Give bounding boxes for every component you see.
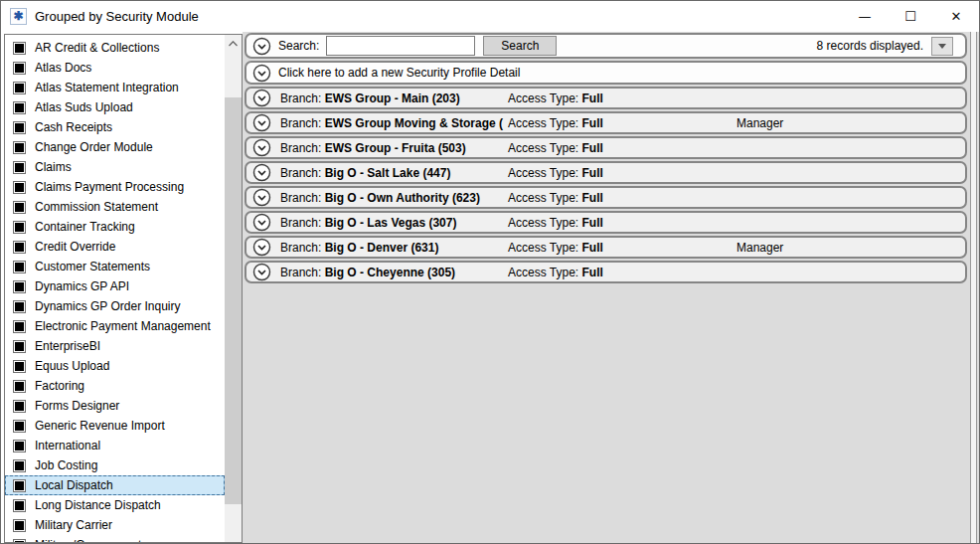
sidebar-item[interactable]: Military Carrier [5, 515, 225, 535]
row-expand-button[interactable] [252, 263, 271, 281]
row-expand-button[interactable] [252, 213, 271, 232]
search-label: Search: [278, 39, 319, 53]
module-checkbox-icon [13, 539, 26, 543]
sidebar-item[interactable]: Forms Designer [5, 396, 225, 416]
module-checkbox-icon [13, 62, 26, 75]
sidebar-item[interactable]: Atlas Suds Upload [5, 97, 225, 117]
branch-cell: Branch: EWS Group Moving & Storage ( [280, 116, 508, 130]
sidebar-item-label: Atlas Docs [35, 61, 91, 75]
sidebar-item-label: Container Tracking [35, 220, 135, 234]
sidebar-scrollbar[interactable] [225, 35, 242, 542]
branch-cell: Branch: EWS Group - Fruita (503) [280, 141, 508, 155]
sidebar-item[interactable]: Electronic Payment Management [5, 316, 225, 336]
window-body: AR Credit & Collections Atlas Docs Atlas… [1, 32, 979, 543]
panel-scrollbar-track[interactable] [970, 32, 977, 543]
sidebar-item[interactable]: Change Order Module [5, 137, 225, 157]
sidebar-item[interactable]: Container Tracking [5, 217, 225, 237]
search-input[interactable] [326, 36, 475, 56]
sidebar: AR Credit & Collections Atlas Docs Atlas… [1, 32, 243, 543]
sidebar-item[interactable]: Factoring [5, 376, 225, 396]
sidebar-item-label: Factoring [35, 379, 84, 393]
sidebar-item[interactable]: Atlas Statement Integration [5, 78, 225, 97]
row-expand-button[interactable] [252, 138, 271, 157]
row-expand-button[interactable] [252, 188, 271, 207]
sidebar-item[interactable]: Dynamics GP Order Inquiry [5, 296, 225, 316]
module-checkbox-icon [13, 420, 26, 433]
sidebar-item-label: International [35, 439, 100, 453]
module-checkbox-icon [13, 320, 26, 333]
sidebar-item[interactable]: EnterpriseBI [5, 336, 225, 356]
records-dropdown-button[interactable] [931, 37, 953, 56]
sidebar-item-label: Equus Upload [35, 359, 109, 373]
caret-down-icon [938, 44, 946, 49]
search-collapse-button[interactable] [252, 37, 271, 56]
sidebar-item-label: Atlas Statement Integration [35, 81, 179, 94]
sidebar-item[interactable]: AR Credit & Collections [5, 38, 225, 58]
sidebar-item[interactable]: Generic Revenue Import [5, 416, 225, 436]
sidebar-item-label: Cash Receipts [35, 120, 112, 134]
add-detail-row[interactable]: Click here to add a new Security Profile… [245, 61, 967, 85]
module-checkbox-icon [13, 280, 26, 293]
module-checkbox-icon [13, 380, 26, 393]
close-button[interactable]: ✕ [933, 1, 979, 31]
app-window: ✱ Grouped by Security Module — ☐ ✕ AR Cr… [0, 0, 980, 544]
module-checkbox-icon [13, 261, 26, 273]
sidebar-item-label: Local Dispatch [35, 478, 113, 492]
sidebar-item[interactable]: Atlas Docs [5, 58, 225, 78]
security-profile-row[interactable]: Branch: EWS Group - Main (203) Access Ty… [245, 87, 967, 109]
row-expand-button[interactable] [252, 89, 271, 107]
module-checkbox-icon [13, 121, 26, 134]
access-type-cell: Access Type: Full [508, 191, 736, 205]
security-profile-row[interactable]: Branch: EWS Group - Fruita (503) Access … [245, 136, 967, 159]
module-checkbox-icon [13, 241, 26, 254]
rows-container: Search: Search 8 records displayed. Clic… [245, 33, 967, 283]
security-profile-row[interactable]: Branch: Big O - Las Vegas (307) Access T… [245, 211, 967, 234]
row-expand-button[interactable] [252, 163, 271, 182]
sidebar-item[interactable]: Equus Upload [5, 356, 225, 376]
sidebar-item[interactable]: Local Dispatch [5, 475, 225, 495]
sidebar-item-label: Customer Statements [35, 260, 150, 273]
scrollbar-thumb[interactable] [225, 97, 242, 504]
sidebar-item[interactable]: Dynamics GP API [5, 276, 225, 296]
sidebar-item-label: Claims Payment Processing [35, 180, 184, 194]
scroll-up-icon[interactable] [225, 35, 242, 52]
row-expand-button[interactable] [252, 238, 271, 257]
details-panel: Search: Search 8 records displayed. Clic… [243, 32, 979, 543]
sidebar-item-label: Forms Designer [35, 399, 119, 413]
security-profile-row[interactable]: Branch: EWS Group Moving & Storage ( Acc… [245, 111, 967, 134]
minimize-button[interactable]: — [842, 1, 888, 31]
security-profile-row[interactable]: Branch: Big O - Cheyenne (305) Access Ty… [245, 261, 967, 283]
branch-cell: Branch: Big O - Denver (631) [280, 241, 508, 255]
module-checkbox-icon [13, 141, 26, 154]
sidebar-item-label: Dynamics GP Order Inquiry [35, 299, 181, 313]
sidebar-item-label: Credit Override [35, 240, 115, 254]
module-checkbox-icon [13, 340, 26, 353]
sidebar-item[interactable]: Cash Receipts [5, 117, 225, 137]
module-checkbox-icon [13, 82, 26, 94]
sidebar-item[interactable]: Job Costing [5, 455, 225, 475]
sidebar-item[interactable]: Military/Government [5, 535, 225, 542]
module-list: AR Credit & Collections Atlas Docs Atlas… [5, 35, 225, 542]
sidebar-item[interactable]: Claims Payment Processing [5, 177, 225, 197]
sidebar-item-label: Claims [35, 160, 72, 174]
row-expand-button[interactable] [252, 113, 271, 132]
module-listbox: AR Credit & Collections Atlas Docs Atlas… [4, 34, 243, 543]
sidebar-item[interactable]: Credit Override [5, 237, 225, 257]
sidebar-item[interactable]: Long Distance Dispatch [5, 495, 225, 515]
sidebar-item[interactable]: Claims [5, 157, 225, 177]
sidebar-item-label: Generic Revenue Import [35, 419, 165, 433]
security-profile-row[interactable]: Branch: Big O - Salt Lake (447) Access T… [245, 161, 967, 184]
module-checkbox-icon [13, 459, 26, 472]
module-checkbox-icon [13, 221, 26, 234]
role-cell: Manager [736, 241, 959, 255]
sidebar-item[interactable]: Customer Statements [5, 257, 225, 276]
branch-cell: Branch: EWS Group - Main (203) [280, 91, 508, 105]
sidebar-item[interactable]: International [5, 436, 225, 455]
maximize-button[interactable]: ☐ [888, 1, 933, 31]
add-collapse-button[interactable] [252, 64, 271, 83]
security-profile-row[interactable]: Branch: Big O - Denver (631) Access Type… [245, 236, 967, 259]
search-button[interactable]: Search [483, 36, 557, 56]
security-profile-row[interactable]: Branch: Big O - Own Authority (623) Acce… [245, 186, 967, 209]
module-checkbox-icon [13, 300, 26, 313]
sidebar-item[interactable]: Commission Statement [5, 197, 225, 217]
